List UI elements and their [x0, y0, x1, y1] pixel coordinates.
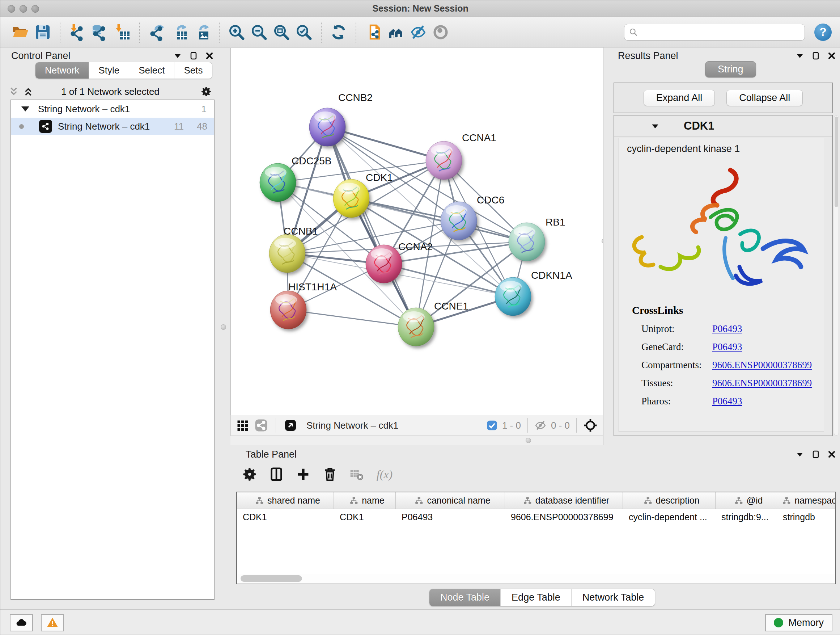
- minimize-window-button[interactable]: [19, 5, 27, 13]
- graph-node-CDC6[interactable]: [441, 202, 477, 240]
- tab-edge-table[interactable]: Edge Table: [501, 589, 572, 606]
- graph-node-CCNB2[interactable]: [309, 108, 346, 146]
- selected-checkbox[interactable]: [486, 420, 498, 431]
- horizontal-splitter[interactable]: [231, 436, 603, 445]
- float-icon[interactable]: [189, 51, 198, 60]
- delete-column-icon[interactable]: [322, 466, 338, 483]
- share-network-icon[interactable]: [255, 419, 268, 432]
- refresh-view-button[interactable]: [327, 20, 350, 44]
- tab-network-table[interactable]: Network Table: [572, 589, 655, 606]
- clear-table-icon[interactable]: [348, 466, 365, 483]
- function-icon[interactable]: f(x): [375, 466, 398, 483]
- network-view[interactable]: CCNB2CCNA1CDC25BCDK1CDC6RB1CCNB1CCNA2CDK…: [231, 48, 603, 415]
- column-header-name[interactable]: name: [334, 492, 396, 509]
- export-table-button[interactable]: [168, 20, 191, 44]
- graph-node-HIST1H1A[interactable]: [270, 291, 306, 329]
- gear-icon[interactable]: [241, 466, 258, 483]
- node-table[interactable]: shared namenamecanonical namedatabase id…: [236, 492, 836, 584]
- graph-node-CCNB1[interactable]: [269, 234, 305, 272]
- crosslink-link[interactable]: 9606.ENSP00000378699: [712, 378, 812, 389]
- table-hscrollbar[interactable]: [238, 574, 835, 583]
- tab-sets[interactable]: Sets: [174, 62, 212, 79]
- graph-edge[interactable]: [327, 127, 416, 327]
- add-column-icon[interactable]: [295, 466, 311, 483]
- column-header-database-identifier[interactable]: database identifier: [505, 492, 623, 509]
- close-icon[interactable]: [205, 51, 214, 60]
- crosslink-link[interactable]: P06493: [712, 323, 742, 334]
- columns-icon[interactable]: [268, 466, 285, 483]
- save-session-button[interactable]: [32, 20, 54, 44]
- new-network-from-selection-button[interactable]: [362, 20, 385, 44]
- splitter-grip[interactable]: [526, 438, 531, 443]
- network-row[interactable]: String Network – cdk1 11 48: [11, 118, 214, 135]
- crosshair-icon[interactable]: [583, 418, 598, 432]
- panel-menu-icon[interactable]: [796, 51, 804, 60]
- panel-menu-icon[interactable]: [173, 51, 182, 60]
- graph-node-CDC25B[interactable]: [260, 163, 296, 202]
- results-scrollbar[interactable]: [834, 116, 839, 435]
- network-collection-row[interactable]: String Network – cdk1 1: [11, 100, 214, 118]
- help-button[interactable]: ?: [814, 24, 832, 41]
- crosslink-link[interactable]: P06493: [712, 341, 742, 353]
- import-network-file-button[interactable]: [66, 20, 88, 44]
- float-icon[interactable]: [812, 450, 820, 459]
- maximize-window-button[interactable]: [32, 5, 39, 13]
- network-status-dot: [19, 124, 24, 129]
- graph-node-RB1[interactable]: [508, 223, 545, 261]
- hide-selected-button[interactable]: [407, 20, 429, 44]
- graph-node-CCNE1[interactable]: [398, 308, 434, 346]
- hidden-eye-icon[interactable]: [534, 419, 546, 432]
- search-input[interactable]: [641, 27, 800, 37]
- close-icon[interactable]: [827, 450, 836, 459]
- grid-icon[interactable]: [236, 419, 249, 432]
- graph-node-CCNA1[interactable]: [426, 141, 462, 180]
- collapse-all-button[interactable]: Collapse All: [726, 90, 803, 106]
- open-session-button[interactable]: [9, 20, 32, 44]
- column-header-shared-name[interactable]: shared name: [237, 492, 334, 509]
- graph-node-CDKN1A[interactable]: [495, 277, 531, 316]
- export-network-button[interactable]: [146, 20, 168, 44]
- import-network-database-button[interactable]: [88, 20, 111, 44]
- tab-network[interactable]: Network: [35, 62, 89, 79]
- column-header-canonical-name[interactable]: canonical name: [396, 492, 505, 509]
- column-header-namespace[interactable]: namespace: [777, 492, 836, 509]
- zoom-selected-button[interactable]: [293, 20, 315, 44]
- tab-style[interactable]: Style: [89, 62, 129, 79]
- import-table-file-button[interactable]: [111, 20, 134, 44]
- crosslink-link[interactable]: P06493: [712, 396, 742, 407]
- crosslink-link[interactable]: 9606.ENSP00000378699: [712, 359, 812, 371]
- graph-node-CDK1[interactable]: [333, 179, 369, 218]
- close-icon[interactable]: [827, 51, 836, 60]
- zoom-fit-button[interactable]: [270, 20, 293, 44]
- tab-node-table[interactable]: Node Table: [429, 589, 501, 606]
- warning-button[interactable]: [41, 614, 64, 631]
- panel-menu-icon[interactable]: [796, 450, 804, 459]
- expand-all-button[interactable]: Expand All: [644, 90, 715, 106]
- column-header-description[interactable]: description: [623, 492, 715, 509]
- memory-button[interactable]: Memory: [765, 614, 832, 631]
- table-row[interactable]: CDK1CDK1P064939606.ENSP00000378699cyclin…: [237, 509, 835, 525]
- show-all-button[interactable]: [429, 20, 452, 44]
- graph-edge[interactable]: [288, 310, 416, 327]
- left-splitter-grip[interactable]: [221, 325, 226, 330]
- network-edge-count: 48: [197, 121, 207, 132]
- birdseye-icon[interactable]: [284, 419, 297, 432]
- first-neighbors-button[interactable]: [385, 20, 407, 44]
- close-window-button[interactable]: [8, 5, 15, 13]
- network-view-toolbar: String Network – cdk1 1 - 0 0 - 0: [231, 415, 603, 436]
- network-graph[interactable]: CCNB2CCNA1CDC25BCDK1CDC6RB1CCNB1CCNA2CDK…: [231, 48, 603, 414]
- column-header--id[interactable]: @id: [715, 492, 777, 509]
- cloud-button[interactable]: [10, 614, 33, 631]
- zoom-in-button[interactable]: [225, 20, 248, 44]
- gear-icon[interactable]: [200, 86, 212, 98]
- float-icon[interactable]: [812, 51, 820, 60]
- export-image-button[interactable]: [191, 20, 213, 44]
- graph-node-CCNA2[interactable]: [366, 245, 402, 283]
- tab-select[interactable]: Select: [129, 62, 174, 79]
- collapse-section-icon[interactable]: [651, 121, 660, 131]
- collection-expand-icon[interactable]: [21, 106, 29, 111]
- tab-string[interactable]: String: [705, 61, 756, 78]
- gene-section-header[interactable]: CDK1: [614, 116, 832, 136]
- zoom-out-button[interactable]: [248, 20, 270, 44]
- search-field[interactable]: [624, 24, 805, 41]
